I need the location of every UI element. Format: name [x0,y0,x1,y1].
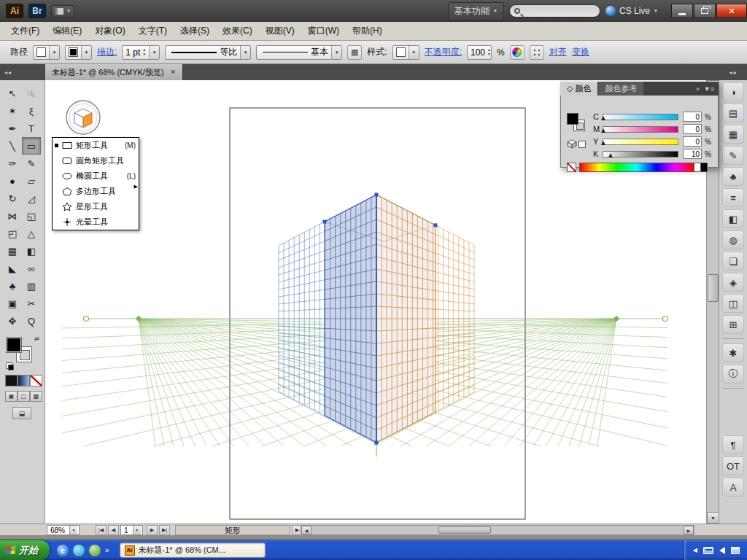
draw-behind-button[interactable]: ▢ [18,391,30,402]
tool-direct-selection[interactable]: ↖ [22,85,41,102]
screen-mode-button[interactable]: ⬓ [12,407,31,419]
flyout-item-star[interactable]: 星形工具 [53,199,139,214]
close-button[interactable]: ✕ [716,4,747,18]
Y-slider[interactable] [603,139,678,145]
tab-color-guide[interactable]: 颜色参考 [597,82,643,96]
transform-panel-link[interactable]: 变换 [572,46,589,58]
black-swatch[interactable] [701,163,708,172]
opacity-panel-link[interactable]: 不透明度: [425,46,462,58]
scroll-right-icon[interactable]: ▶ [684,526,694,534]
dock-icon-brushes[interactable]: ✎ [722,146,744,165]
tool-selection[interactable]: ↖ [3,85,22,102]
tool-rectangle[interactable]: ▭ [22,137,41,155]
dock-icon-appearance[interactable]: ❏ [722,252,744,271]
dock-icon-gradient[interactable]: ◧ [722,209,744,228]
flyout-item-rect[interactable]: 矩形工具(M) [53,138,139,153]
tool-hand[interactable]: ✥ [3,312,22,330]
expand-panel-icon[interactable]: » [696,85,700,93]
vertical-scroll-thumb[interactable] [708,274,719,302]
stepper-icon[interactable]: ▲▼ [487,48,491,56]
tool-lasso[interactable]: ξ [22,102,41,120]
menu-item-0[interactable]: 文件(F) [4,22,46,40]
brush-definition-combo[interactable]: 基本 ▼ [256,45,342,60]
stroke-panel-link[interactable]: 描边: [97,46,117,58]
tearoff-icon[interactable]: ▶ [134,184,138,190]
tool-perspective-grid[interactable]: △ [22,225,41,242]
tool-slice[interactable]: ✂ [22,295,41,312]
restore-button[interactable] [694,4,716,18]
tool-eyedropper[interactable]: ◣ [3,260,22,277]
dropdown-button[interactable]: ▼ [331,46,341,59]
tool-pencil[interactable]: ✎ [22,155,41,172]
C-slider[interactable] [603,114,678,120]
arrange-documents-button[interactable]: ▼ [51,5,74,18]
scroll-left-icon[interactable]: ◀ [301,526,311,534]
dropdown-button[interactable]: ▼ [81,46,91,59]
menu-item-5[interactable]: 效果(C) [216,22,259,40]
bridge-button[interactable]: Br [28,4,46,18]
tool-width[interactable]: ⋈ [3,207,22,225]
dock-icon-stroke[interactable]: ≡ [722,188,744,207]
network-icon[interactable] [731,547,740,554]
dropdown-button[interactable]: ▼ [149,46,159,59]
dock-icon-opentype[interactable]: OT [722,456,744,475]
tool-symbol-sprayer[interactable]: ♣ [3,277,22,295]
K-slider[interactable] [603,151,678,158]
tool-pen[interactable]: ✒ [3,120,22,137]
menu-item-4[interactable]: 选择(S) [174,22,216,40]
stepper-icon[interactable]: ▲▼ [142,48,146,56]
K-value-field[interactable]: 10 [683,149,702,159]
slider-marker-icon[interactable] [601,141,605,145]
start-button[interactable]: 开始 [0,540,50,560]
media-player-icon[interactable] [89,545,101,556]
panel-menu-icon[interactable]: ▼≡ [704,85,714,93]
flyout-item-flare[interactable]: 光晕工具 [53,214,139,230]
gradient-button[interactable] [18,375,30,386]
tool-mesh[interactable]: ▦ [3,242,22,260]
close-icon[interactable]: ✕ [171,69,177,76]
menu-item-6[interactable]: 视图(V) [259,22,301,40]
menu-item-2[interactable]: 对象(O) [88,22,131,40]
stroke-color-combo[interactable]: ▼ [65,45,92,60]
menu-item-7[interactable]: 窗口(W) [301,22,346,40]
isolate-selected-button[interactable] [530,45,544,60]
tool-artboard[interactable]: ▣ [3,295,22,312]
dock-icon-graphic-styles[interactable]: ◈ [722,273,744,292]
tool-scale[interactable]: ◿ [22,190,41,207]
tool-column-graph[interactable]: ▥ [22,277,41,295]
white-swatch[interactable] [694,163,701,172]
tool-blend[interactable]: ∞ [22,260,41,277]
menu-item-3[interactable]: 文字(T) [132,22,174,40]
Y-value-field[interactable]: 0 [683,136,702,147]
M-slider[interactable] [603,126,678,133]
dock-collapse-icon[interactable]: ◂◂ [719,64,747,80]
tool-line[interactable]: ╲ [3,137,22,155]
volume-icon[interactable] [719,547,725,554]
tool-gradient[interactable]: ◧ [22,242,41,260]
internet-explorer-icon[interactable]: e [57,545,69,556]
M-value-field[interactable]: 0 [683,124,702,134]
closest-web-color-swatch[interactable] [578,141,586,148]
dock-icon-artboards[interactable]: ⊞ [722,315,744,334]
graphic-style-combo[interactable]: ▼ [392,45,419,60]
slider-marker-icon[interactable] [601,116,605,120]
none-swatch[interactable] [567,163,576,172]
dock-icon-transparency[interactable]: ◍ [722,230,744,249]
dropdown-button[interactable]: ▼ [49,46,59,59]
taskbar-window-button[interactable]: Ai 未标题-1* @ 68% (CM... [120,542,266,558]
illustrator-app-icon[interactable]: Ai [6,4,23,18]
none-button[interactable] [30,375,42,386]
prev-artboard-button[interactable]: ◀ [108,525,119,535]
dock-icon-navigator[interactable]: ✱ [722,343,744,362]
slider-marker-icon[interactable] [608,153,613,158]
dock-icon-paragraph[interactable]: ¶ [722,435,744,454]
minimize-button[interactable] [671,4,693,18]
menu-item-1[interactable]: 编辑(E) [46,22,88,40]
artboard-number-combo[interactable]: 1 ▼ [120,525,143,535]
show-desktop-icon[interactable] [73,545,85,556]
fill-proxy[interactable] [6,337,22,353]
next-artboard-button[interactable]: ▶ [147,525,158,535]
toolbar-collapse-icon[interactable]: ◂◂ [0,64,45,80]
dropdown-button[interactable]: ▼ [409,46,419,59]
panel-fill-proxy[interactable] [567,113,578,125]
